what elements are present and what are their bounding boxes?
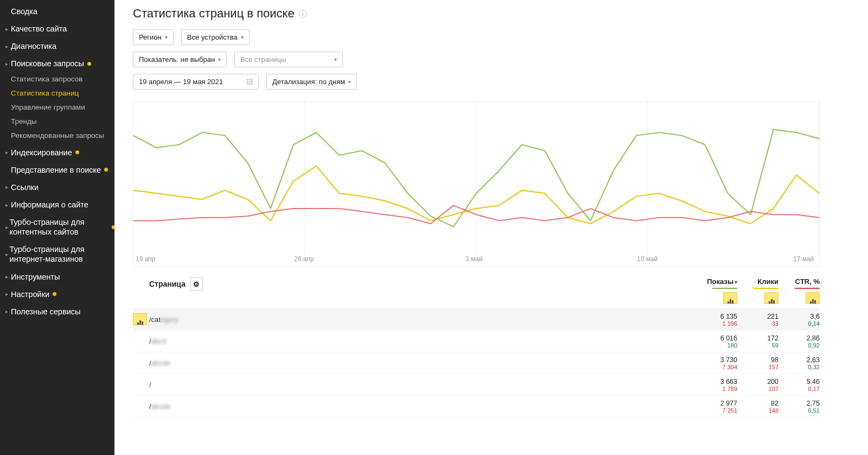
nav-item-12[interactable]: ▸Полезные сервисы	[0, 304, 114, 320]
nav-item-11[interactable]: ▸Настройки	[0, 286, 114, 302]
caret-right-icon: ▸	[5, 26, 10, 32]
detail-filter[interactable]: Детализация: по дням ▾	[266, 74, 357, 90]
nav-label: Сводка	[11, 7, 37, 16]
caret-right-icon: ▸	[5, 308, 10, 314]
metric-label: Показатель: не выбран	[139, 55, 215, 64]
nav-item-1[interactable]: ▸Качество сайта	[0, 21, 114, 37]
notification-dot-icon	[75, 150, 79, 154]
page-url-prefix: /cat	[149, 315, 161, 324]
nav-sub-3-2[interactable]: Управление группами	[0, 100, 114, 115]
page-cell: /category	[149, 315, 696, 324]
table-row[interactable]: /category6 1351 196221333,60,14	[133, 309, 820, 331]
caret-right-icon: ▸	[5, 224, 8, 230]
region-filter[interactable]: Регион ▾	[133, 29, 174, 45]
metric-cell: 3,60,14	[778, 313, 820, 327]
page-url-hidden: abcde	[151, 359, 170, 367]
chevron-down-icon: ▾	[165, 34, 168, 40]
metric-cell: 82148	[737, 400, 778, 414]
metric-delta: 7 304	[696, 364, 737, 370]
nav-item-7[interactable]: ▸Информация о сайте	[0, 197, 114, 213]
nav-sub-label: Управление группами	[11, 103, 85, 112]
page-column-header[interactable]: Страница ⚙	[149, 277, 203, 290]
page-url-hidden: abcde	[151, 402, 170, 410]
metric-delta: 0,14	[778, 320, 820, 327]
nav-item-8[interactable]: ▸Турбо-страницы для контентных сайтов	[0, 214, 114, 240]
metric-cell: 2,860,92	[778, 334, 820, 349]
nav-label: Турбо-страницы для интернет-магазинов	[10, 244, 114, 264]
metric-value: 3 663	[696, 378, 737, 386]
caret-right-icon: ▸	[5, 149, 10, 155]
metric-headers: Показы▾КликиCTR, %	[696, 277, 820, 304]
metric-filter[interactable]: Показатель: не выбран ▾	[133, 52, 227, 67]
table-row[interactable]: /abcde3 7307 304981572,630,32	[133, 352, 820, 374]
pages-placeholder: Все страницы	[240, 55, 286, 64]
metric-value: 2,75	[778, 400, 820, 407]
caret-right-icon: ▸	[5, 251, 9, 257]
data-table: Страница ⚙ Показы▾КликиCTR, % /category6…	[133, 277, 820, 418]
notification-dot-icon	[53, 292, 56, 296]
metric-cell: 5,460,17	[778, 378, 820, 392]
chart-toggle-icon[interactable]	[133, 313, 147, 325]
metric-value: 2 977	[696, 400, 737, 407]
page-cell: /	[149, 381, 696, 389]
page-url-hidden: abcd	[151, 337, 167, 345]
date-range-picker[interactable]: 19 апреля — 19 мая 2021	[133, 74, 259, 90]
table-row[interactable]: /abcde2 9777 251821482,750,51	[133, 396, 820, 418]
page-url-hidden: egory	[161, 315, 178, 324]
nav-sub-3-1[interactable]: Статистика страниц	[0, 86, 114, 100]
table-row[interactable]: /abcd6 016180172592,860,92	[133, 331, 820, 352]
metric-header-label: Клики	[737, 277, 778, 286]
chart-toggle-icon[interactable]	[806, 292, 820, 304]
metric-value: 82	[737, 400, 778, 407]
nav-label: Ссылки	[11, 182, 39, 192]
nav-item-2[interactable]: ▸Диагностика	[0, 38, 114, 54]
nav-item-4[interactable]: ▸Индексирование	[0, 144, 114, 161]
metric-value: 2,63	[778, 356, 820, 364]
pages-filter[interactable]: Все страницы ▾	[234, 52, 343, 67]
nav-label: Настройки	[11, 289, 49, 299]
metric-cell: 2,750,51	[778, 400, 820, 414]
chevron-down-icon: ▾	[334, 56, 337, 62]
chart-toggle-icon[interactable]	[764, 292, 778, 304]
nav-item-5[interactable]: Представление в поиске	[0, 162, 114, 178]
page-url-prefix: /	[149, 381, 151, 389]
page-header-label: Страница	[149, 280, 186, 288]
chart-toggle-icon[interactable]	[723, 292, 737, 304]
detail-label: Детализация: по дням	[272, 78, 345, 86]
nav-label: Полезные сервисы	[11, 307, 80, 317]
info-icon[interactable]: i	[299, 10, 307, 18]
main-content: Статистика страниц в поиске i Регион ▾ В…	[114, 0, 868, 455]
table-row[interactable]: /3 6631 7892001075,460,17	[133, 374, 820, 396]
metric-cell: 6 016180	[696, 334, 737, 349]
devices-filter[interactable]: Все устройства ▾	[181, 29, 250, 45]
nav-sub-3-4[interactable]: Рекомендованные запросы	[0, 129, 114, 143]
nav-item-10[interactable]: ▸Инструменты	[0, 269, 114, 285]
x-tick: 19 апр	[136, 255, 156, 263]
gear-icon[interactable]: ⚙	[190, 277, 203, 290]
metric-cell: 6 1351 196	[696, 313, 737, 327]
notification-dot-icon	[87, 62, 91, 66]
nav-sub-3-0[interactable]: Статистика запросов	[0, 72, 114, 86]
page-title-row: Статистика страниц в поиске i	[133, 7, 868, 21]
metric-header-green[interactable]: Показы▾	[696, 277, 737, 304]
nav-sub-3-3[interactable]: Тренды	[0, 115, 114, 129]
nav-item-9[interactable]: ▸Турбо-страницы для интернет-магазинов	[0, 241, 114, 267]
caret-right-icon: ▸	[5, 202, 10, 208]
nav-item-6[interactable]: ▸Ссылки	[0, 179, 114, 195]
metric-cell: 2,630,32	[778, 356, 820, 370]
nav-item-0[interactable]: Сводка	[0, 3, 114, 20]
metric-delta: 0,92	[778, 342, 820, 349]
nav-sub-label: Статистика запросов	[11, 74, 82, 84]
metric-delta: 0,51	[778, 407, 820, 414]
filter-row-3: 19 апреля — 19 мая 2021 Детализация: по …	[133, 74, 868, 90]
metric-delta: 59	[737, 342, 778, 349]
nav-item-3[interactable]: ▸Поисковые запросы	[0, 55, 114, 72]
metric-color-swatch	[712, 288, 737, 289]
nav-label: Представление в поиске	[11, 165, 101, 175]
metric-header-red[interactable]: CTR, %	[778, 277, 820, 304]
metric-header-yellow[interactable]: Клики	[737, 277, 778, 304]
region-label: Регион	[139, 33, 162, 41]
metric-delta: 33	[737, 320, 778, 327]
nav-label: Качество сайта	[11, 24, 67, 34]
metric-delta: 1 789	[696, 386, 737, 392]
